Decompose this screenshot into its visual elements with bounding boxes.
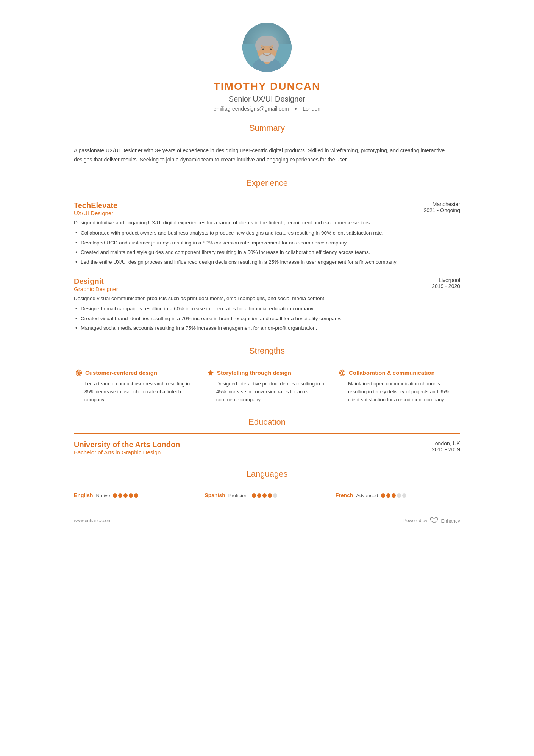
strength-title-3: Collaboration & communication <box>349 369 435 377</box>
experience-divider <box>74 194 460 194</box>
svg-marker-15 <box>208 370 214 375</box>
star-icon <box>207 369 214 378</box>
summary-text: A passionate UX/UI Designer with 3+ year… <box>74 146 460 164</box>
dot <box>397 493 401 498</box>
enhancv-brand: Enhancv <box>441 518 460 524</box>
strengths-divider <box>74 362 460 362</box>
education-entry-1: University of the Arts London Bachelor o… <box>74 440 460 455</box>
strengths-grid: Customer-centered design Led a team to c… <box>74 369 460 404</box>
edu-date: 2015 - 2019 <box>432 446 460 452</box>
lang-dots-english <box>113 493 138 498</box>
education-title: Education <box>74 417 460 429</box>
summary-title: Summary <box>74 123 460 135</box>
experience-entry-techelevate: TechElevate UX/UI Designer Manchester 20… <box>74 201 460 266</box>
exp-bullets-1: Collaborated with product owners and bus… <box>74 229 460 266</box>
lang-name-english: English <box>74 492 93 498</box>
dot <box>402 493 406 498</box>
footer-url: www.enhancv.com <box>74 518 111 523</box>
bullet-item: Managed social media accounts resulting … <box>74 324 460 332</box>
target-icon-1 <box>75 369 82 378</box>
bullet-item: Created and maintained style guides and … <box>74 248 460 257</box>
experience-title: Experience <box>74 178 460 190</box>
dot <box>129 493 133 498</box>
lang-level-french: Advanced <box>356 493 378 498</box>
experience-section: Experience TechElevate UX/UI Designer Ma… <box>74 178 460 332</box>
avatar <box>74 23 460 74</box>
exp-desc-2: Designed visual communication products s… <box>74 294 460 303</box>
strength-item-3: Collaboration & communication Maintained… <box>337 369 460 404</box>
degree: Bachelor of Arts in Graphic Design <box>74 449 180 455</box>
strength-desc-3: Maintained open communication channels r… <box>339 380 459 404</box>
svg-point-10 <box>262 49 264 50</box>
location-1: Manchester <box>423 201 460 207</box>
school-name: University of the Arts London <box>74 440 180 449</box>
language-french: French Advanced <box>336 492 460 498</box>
page-footer: www.enhancv.com Powered by Enhancv <box>74 513 460 524</box>
exp-desc-1: Designed intuitive and engaging UX/UI di… <box>74 219 460 227</box>
language-english: English Native <box>74 492 198 498</box>
dot <box>252 493 256 498</box>
company-name-2: Designit <box>74 277 118 286</box>
dot <box>392 493 396 498</box>
role-1: UX/UI Designer <box>74 210 117 216</box>
bullet-item: Created visual brand identities resultin… <box>74 315 460 323</box>
candidate-name: TIMOTHY DUNCAN <box>74 80 460 92</box>
lang-name-french: French <box>336 492 353 498</box>
languages-title: Languages <box>74 469 460 481</box>
powered-by: Powered by Enhancv <box>403 517 460 524</box>
strengths-section: Strengths Customer-centered design Led a… <box>74 346 460 404</box>
strength-item-2: Storytelling through design Designed int… <box>206 369 328 404</box>
languages-grid: English Native Spanish Proficient <box>74 492 460 498</box>
powered-by-label: Powered by <box>403 518 427 523</box>
strength-desc-2: Designed interactive product demos resul… <box>207 380 327 404</box>
svg-point-7 <box>255 40 261 51</box>
lang-dots-spanish <box>252 493 277 498</box>
dot <box>123 493 128 498</box>
lang-name-spanish: Spanish <box>205 492 225 498</box>
svg-point-17 <box>341 371 344 374</box>
svg-point-8 <box>273 40 279 51</box>
strengths-title: Strengths <box>74 346 460 358</box>
dot <box>273 493 277 498</box>
date-2: 2019 - 2020 <box>432 283 460 289</box>
svg-point-9 <box>259 53 275 62</box>
role-2: Graphic Designer <box>74 286 118 292</box>
bullet-item: Designed email campaigns resulting in a … <box>74 305 460 313</box>
dot <box>386 493 390 498</box>
email: emiliagreendesigns@gmail.com <box>214 106 289 112</box>
bullet-item: Collaborated with product owners and bus… <box>74 229 460 237</box>
languages-section: Languages English Native Spanish Profici… <box>74 469 460 498</box>
lang-level-spanish: Proficient <box>228 493 249 498</box>
summary-section: Summary A passionate UX/UI Designer with… <box>74 123 460 164</box>
dot <box>262 493 267 498</box>
summary-divider <box>74 139 460 139</box>
strength-title-1: Customer-centered design <box>85 369 157 377</box>
svg-point-13 <box>77 371 81 374</box>
languages-divider <box>74 485 460 485</box>
strength-desc-1: Led a team to conduct user research resu… <box>75 380 195 404</box>
contact-info: emiliagreendesigns@gmail.com • London <box>74 106 460 112</box>
dot <box>113 493 117 498</box>
dot <box>381 493 385 498</box>
education-divider <box>74 433 460 434</box>
resume-header: TIMOTHY DUNCAN Senior UX/UI Designer emi… <box>74 23 460 112</box>
date-1: 2021 - Ongoing <box>423 207 460 213</box>
target-icon-2 <box>339 369 346 378</box>
company-name-1: TechElevate <box>74 201 117 210</box>
edu-location: London, UK <box>432 440 460 446</box>
lang-dots-french <box>381 493 406 498</box>
candidate-title: Senior UX/UI Designer <box>74 95 460 103</box>
svg-point-11 <box>270 49 272 50</box>
strength-title-2: Storytelling through design <box>217 369 291 377</box>
svg-point-14 <box>78 372 80 373</box>
experience-entry-designit: Designit Graphic Designer Liverpool 2019… <box>74 277 460 332</box>
location-2: Liverpool <box>432 277 460 283</box>
bullet-item: Led the entire UX/UI design process and … <box>74 258 460 266</box>
lang-level-english: Native <box>96 493 110 498</box>
strength-item-1: Customer-centered design Led a team to c… <box>74 369 197 404</box>
language-spanish: Spanish Proficient <box>205 492 329 498</box>
dot <box>257 493 261 498</box>
education-section: Education University of the Arts London … <box>74 417 460 455</box>
location: London <box>303 106 320 112</box>
enhancv-heart-icon <box>429 517 439 524</box>
